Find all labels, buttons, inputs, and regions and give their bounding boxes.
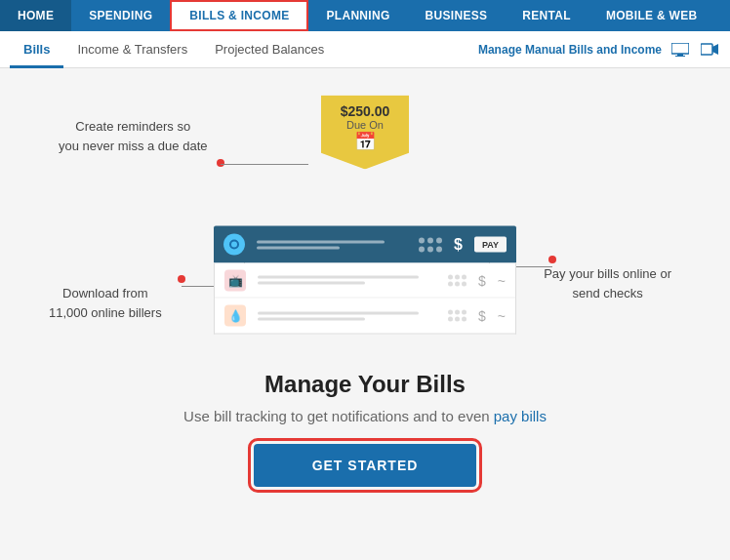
bill-icon-circle	[223, 234, 245, 256]
subtitle-gray-text: Use bill tracking to get notifications a…	[183, 408, 490, 424]
subtitle-blue-text: pay bills	[494, 408, 547, 424]
download-text: Download from11,000 online billers	[49, 284, 162, 322]
manage-subtitle: Use bill tracking to get notifications a…	[29, 408, 701, 424]
illustration-area: Create reminders soyou never miss a due …	[29, 88, 701, 341]
nav-mobile-web[interactable]: MOBILE & WEB	[588, 0, 715, 31]
svg-rect-3	[701, 44, 712, 55]
due-label: Due On	[339, 119, 391, 131]
main-content: Create reminders soyou never miss a due …	[0, 68, 730, 560]
connector-dot-pay	[548, 256, 556, 263]
manage-manual-link[interactable]: Manage Manual Bills and Income	[478, 43, 662, 57]
bill-row-2: 💧 $ ~	[215, 299, 515, 334]
svg-rect-2	[675, 56, 685, 57]
bill-row-1-lines	[258, 276, 436, 285]
bill-row-1: 📺 $ ~	[215, 263, 515, 299]
svg-point-6	[231, 242, 237, 248]
bill-row-1-dollar: $	[478, 272, 486, 288]
nav-rental[interactable]: RENTAL	[505, 0, 588, 31]
bill-header-lines	[257, 240, 407, 249]
bill-header-row: $ PAY	[214, 226, 516, 263]
nav-home[interactable]: HOME	[0, 0, 71, 31]
bill-row-2-dots	[448, 310, 466, 322]
subnav-bills[interactable]: Bills	[10, 32, 63, 68]
monitor-icon[interactable]	[669, 39, 691, 60]
reminder-text: Create reminders soyou never miss a due …	[59, 117, 207, 155]
bill-dollar-sign: $	[454, 236, 463, 254]
get-started-button[interactable]: GET STARTED	[254, 444, 477, 487]
bill-mockup: $250.00 Due On 📅 $ PAY	[214, 96, 516, 335]
subnav-projected-balances[interactable]: Projected Balances	[201, 32, 338, 68]
bill-data-rows: 📺 $ ~ 💧	[214, 263, 516, 335]
nav-business[interactable]: BUSINESS	[408, 0, 506, 31]
bill-row-1-tilde: ~	[498, 272, 506, 288]
nav-spending[interactable]: SPENDING	[71, 0, 170, 31]
bill-row-2-tilde: ~	[498, 308, 506, 324]
bill-row-2-icon: 💧	[224, 305, 246, 327]
bill-row-1-dots	[448, 274, 466, 286]
manage-title: Manage Your Bills	[29, 371, 701, 398]
bill-row-1-icon: 📺	[224, 269, 246, 291]
bottom-section: Manage Your Bills Use bill tracking to g…	[29, 361, 701, 506]
svg-marker-4	[712, 44, 718, 55]
pay-online-text: Pay your bills online orsend checks	[544, 264, 671, 302]
video-icon[interactable]	[699, 39, 720, 60]
pay-button-mock: PAY	[474, 237, 507, 253]
price-amount: $250.00	[339, 103, 391, 119]
nav-bills-income[interactable]: BILLS & INCOME	[170, 0, 308, 31]
bill-row-2-dollar: $	[478, 308, 486, 324]
subnav-income-transfers[interactable]: Income & Transfers	[63, 32, 201, 68]
calendar-icon: 📅	[339, 131, 391, 152]
svg-rect-1	[677, 54, 683, 56]
svg-rect-0	[671, 43, 689, 54]
price-badge: $250.00 Due On 📅	[321, 96, 409, 170]
nav-planning[interactable]: PLANNING	[308, 0, 407, 31]
sub-navigation: Bills Income & Transfers Projected Balan…	[0, 31, 730, 68]
bill-header-dots	[419, 237, 442, 252]
top-navigation: HOME SPENDING BILLS & INCOME PLANNING BU…	[0, 0, 730, 31]
bill-row-2-lines	[258, 311, 436, 320]
connector-dot-download	[178, 275, 185, 283]
